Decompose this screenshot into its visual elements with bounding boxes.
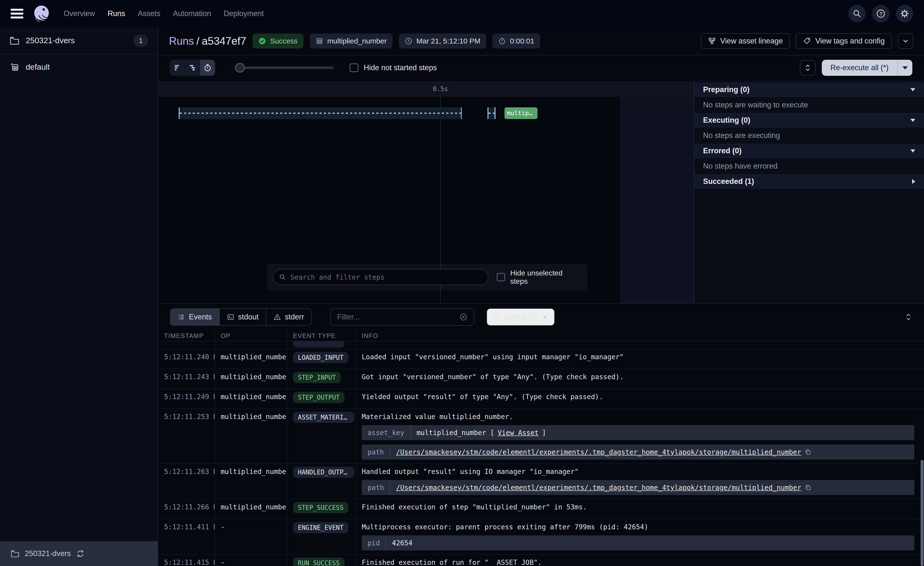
events-scrollbar[interactable] [921, 460, 924, 566]
help-icon: ? [876, 9, 886, 18]
metadata-entry-asset_key: asset_keymultiplied_number [View Asset] [362, 425, 914, 440]
nav-item-runs[interactable]: Runs [108, 9, 125, 18]
metadata-link[interactable]: /Users/smackesey/stm/code/elementl/exper… [396, 484, 801, 492]
event-info [356, 341, 924, 349]
event-type-badge: RUN_SUCCESS [293, 557, 345, 566]
copy-button[interactable] [804, 449, 812, 456]
hide-not-started-checkbox[interactable] [350, 63, 358, 72]
nav-item-deployment[interactable]: Deployment [224, 9, 264, 18]
copy-icon[interactable] [804, 484, 812, 491]
gantt-mode-waterfall[interactable] [185, 60, 200, 76]
events-panel: Eventsstdoutstderr Filter... Levels (5) [158, 304, 924, 566]
metadata-link[interactable]: View Asset [498, 429, 539, 437]
tab-events[interactable]: Events [170, 309, 220, 325]
nav-item-automation[interactable]: Automation [173, 9, 211, 18]
search-button[interactable] [848, 5, 866, 23]
asset-badge[interactable]: multiplied_number [310, 33, 393, 48]
run-header: Runs/a5347ef7 Success [158, 27, 924, 56]
section-header-preparing[interactable]: Preparing (0) [694, 83, 924, 97]
event-type-cell: STEP_SUCCESS [287, 499, 356, 519]
event-timestamp: 5:12:11.243 PM [158, 369, 215, 389]
event-info: Multiprocess executor: parent process ex… [356, 519, 924, 554]
copy-button[interactable] [804, 484, 812, 491]
event-message: Finished execution of run for "__ASSET_J… [362, 558, 914, 566]
copy-icon[interactable] [804, 449, 812, 456]
chevron-down-icon [542, 314, 548, 320]
section-title: Errored (0) [703, 146, 741, 155]
gantt-mode-timed[interactable] [200, 60, 215, 76]
tab-label: Events [189, 313, 212, 321]
section-header-errored[interactable]: Errored (0) [694, 144, 924, 158]
gantt-step-bar[interactable]: multiplied_number [504, 107, 537, 119]
breadcrumb-runs-link[interactable]: Runs [169, 35, 194, 47]
hamburger-menu-icon[interactable] [10, 9, 23, 18]
tag-icon [803, 37, 811, 45]
step-search-input[interactable]: Search and filter steps [273, 269, 489, 285]
settings-button[interactable] [896, 5, 914, 23]
gantt-mode-flat[interactable] [170, 60, 185, 76]
status-badge: Success [252, 33, 303, 48]
section-header-succeeded[interactable]: Succeeded (1) [694, 175, 924, 188]
dagster-run-page: OverviewRunsAssetsAutomationDeployment ? [0, 0, 924, 566]
event-timestamp [158, 341, 215, 349]
reload-icon[interactable] [76, 549, 84, 558]
event-info: Materialized value multiplied_number.ass… [356, 409, 924, 464]
gantt-mode-group [170, 60, 215, 76]
event-type-cell: ASSET_MATERIALIZATION [287, 409, 356, 464]
check-circle-icon [258, 37, 266, 45]
clear-filter-icon[interactable] [459, 313, 468, 321]
event-op: multiplied_number [215, 464, 287, 499]
section-title: Executing (0) [703, 116, 750, 125]
expand-log-button[interactable] [904, 313, 912, 321]
tab-stderr[interactable]: stderr [266, 309, 311, 325]
sidebar-item-default[interactable]: default [0, 54, 158, 80]
gantt-zoom-slider[interactable] [237, 66, 334, 69]
nav-item-overview[interactable]: Overview [64, 9, 95, 18]
run-actions-button[interactable] [898, 33, 914, 49]
event-type-badge: HANDLED_OUTPUT [293, 467, 354, 478]
log-filter-input[interactable]: Filter... [330, 308, 474, 326]
terminal-icon [227, 313, 234, 321]
svg-text:?: ? [879, 11, 882, 17]
event-message: Materialized value multiplied_number. [362, 413, 914, 421]
event-info: Yielded output "result" of type "Any". (… [356, 389, 924, 409]
search-icon [279, 274, 286, 281]
col-info: INFO [356, 330, 924, 341]
metadata-label: path [362, 444, 390, 460]
topnav-right: ? [848, 5, 914, 23]
timer-icon [498, 37, 506, 45]
view-tags-config-button[interactable]: View tags and config [796, 33, 892, 49]
event-info: Loaded input "versioned_number" using in… [356, 349, 924, 369]
help-button[interactable]: ? [872, 5, 890, 23]
gantt-waiting-segment [488, 107, 495, 119]
caret-down-icon [910, 149, 915, 152]
event-timestamp: 5:12:11.266 PM [158, 499, 215, 519]
metadata-link[interactable]: /Users/smackesey/stm/code/elementl/exper… [396, 448, 801, 456]
view-asset-lineage-button[interactable]: View asset lineage [701, 33, 790, 49]
reexecute-options-button[interactable] [897, 60, 912, 76]
asset-icon [316, 37, 323, 45]
zoom-slider-knob[interactable] [235, 63, 245, 73]
event-row [158, 341, 924, 349]
sidebar-repo-row[interactable]: 250321-dvers 1 [0, 27, 158, 54]
event-type-cell: RUN_SUCCESS [287, 555, 356, 566]
levels-dropdown[interactable]: Levels (5) [486, 308, 555, 326]
caret-down-icon [902, 66, 908, 69]
tab-stdout[interactable]: stdout [220, 309, 266, 325]
event-type-cell: STEP_INPUT [287, 369, 356, 389]
dagster-logo[interactable] [32, 4, 51, 23]
event-op: - [215, 519, 287, 554]
repo-count-badge: 1 [134, 35, 148, 47]
reexecute-all-button[interactable]: Re-execute all (*) [822, 60, 897, 76]
nav-item-assets[interactable]: Assets [138, 9, 160, 18]
section-header-executing[interactable]: Executing (0) [694, 113, 924, 127]
sidebar-footer[interactable]: 250321-dvers [0, 541, 158, 566]
event-row: 5:12:11.263 PMmultiplied_numberHANDLED_O… [158, 464, 924, 499]
step-sort-button[interactable] [800, 60, 816, 75]
tab-label: stdout [238, 313, 258, 321]
start-time-badge: Mar 21, 5:12:10 PM [399, 33, 486, 48]
event-timestamp: 5:12:11.249 PM [158, 389, 215, 409]
run-id: a5347ef7 [202, 35, 246, 47]
hide-unselected-checkbox[interactable] [497, 273, 505, 281]
event-row: 5:12:11.253 PMmultiplied_numberASSET_MAT… [158, 409, 924, 464]
